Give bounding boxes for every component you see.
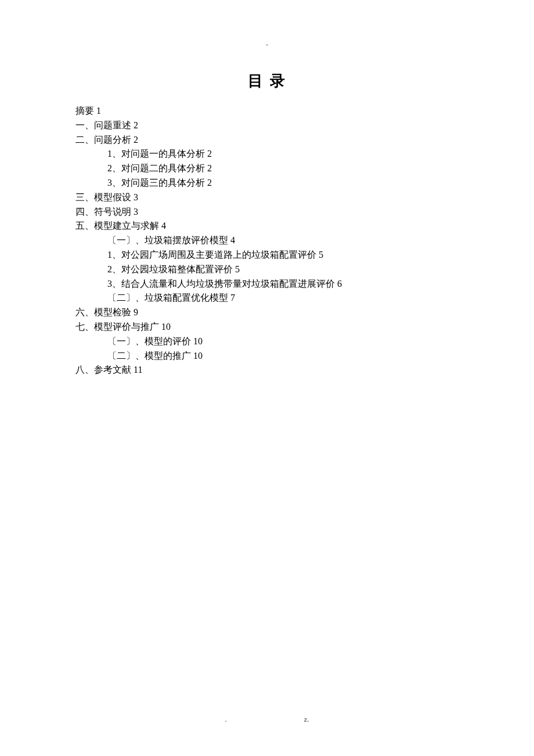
toc-entry: 二、问题分析 2 (75, 133, 459, 147)
toc-entry: 3、对问题三的具体分析 2 (75, 176, 459, 190)
toc-entry: 六、模型检验 9 (75, 305, 459, 320)
footer-dot: . (225, 715, 227, 724)
toc-entry: 〔二〕、垃圾箱配置优化模型 7 (75, 291, 459, 305)
header-mark: - (75, 41, 459, 48)
toc-entry: 〔一〕、模型的评价 10 (75, 334, 459, 349)
toc-entry: 〔二〕、模型的推广 10 (75, 349, 459, 363)
toc-entry: 五、模型建立与求解 4 (75, 219, 459, 233)
toc-entry: 七、模型评价与推广 10 (75, 320, 459, 334)
toc-entry: 一、问题重述 2 (75, 118, 459, 133)
toc-entry: 三、模型假设 3 (75, 190, 459, 205)
toc-entry: 摘要 1 (75, 104, 459, 118)
footer: . z. (0, 715, 534, 724)
toc-entry: 1、对问题一的具体分析 2 (75, 147, 459, 161)
toc-entry: 八、参考文献 11 (75, 363, 459, 377)
toc-entry: 2、对公园垃圾箱整体配置评价 5 (75, 262, 459, 277)
toc-entry: 3、结合人流量和人均垃圾携带量对垃圾箱配置进展评价 6 (75, 277, 459, 291)
toc-entry: 1、对公园广场周围及主要道路上的垃圾箱配置评价 5 (75, 248, 459, 262)
toc-entry: 〔一〕、垃圾箱摆放评价模型 4 (75, 233, 459, 248)
footer-z: z. (304, 715, 309, 724)
page-title: 目 录 (75, 71, 459, 91)
toc-entry: 2、对问题二的具体分析 2 (75, 161, 459, 176)
toc-entry: 四、符号说明 3 (75, 205, 459, 219)
